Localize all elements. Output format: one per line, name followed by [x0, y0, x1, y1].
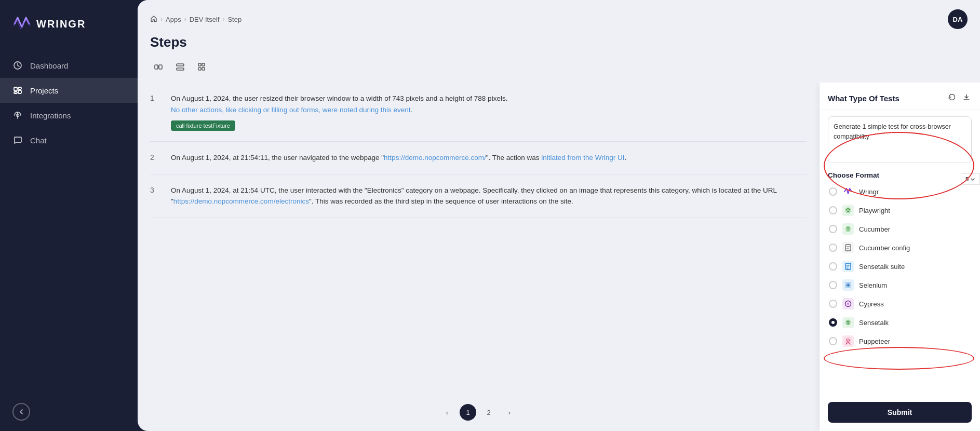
svg-point-17 — [848, 229, 849, 230]
format-item-sensetalk-suite[interactable]: Sensetalk suite — [825, 257, 975, 276]
step-text-2: On August 1, 2024, at 21:54:11, the user… — [171, 152, 807, 164]
format-label-sensetalk: Sensetalk — [859, 319, 889, 327]
projects-label: Projects — [30, 86, 58, 95]
step-text-1: On August 1, 2024, the user resized thei… — [171, 93, 807, 115]
format-radio-playwright[interactable] — [829, 206, 837, 214]
list-view-button[interactable] — [172, 59, 189, 75]
sidebar-item-projects[interactable]: Projects — [0, 78, 138, 103]
svg-point-26 — [847, 340, 848, 341]
format-radio-puppeteer[interactable] — [829, 337, 837, 345]
format-radio-wringr[interactable] — [829, 187, 837, 196]
home-icon[interactable] — [150, 15, 157, 24]
right-panel: What Type Of Tests — [819, 83, 980, 431]
sidebar-item-integrations[interactable]: Integrations — [0, 103, 138, 128]
format-item-playwright[interactable]: Playwright — [825, 201, 975, 220]
format-item-wringr[interactable]: Wringr — [825, 182, 975, 201]
dashboard-icon — [12, 60, 23, 71]
step-link-3[interactable]: https://demo.nopcommerce.com/electronics — [173, 197, 309, 205]
breadcrumb-step[interactable]: Step — [227, 16, 241, 23]
cypress-format-icon — [842, 298, 854, 309]
svg-rect-10 — [198, 63, 201, 66]
step-subtext-1: No other actions, like clicking or filli… — [171, 106, 412, 114]
sidebar: WRINGR Dashboard Projects — [0, 0, 138, 431]
chat-icon — [12, 135, 23, 145]
step-content-1: On August 1, 2024, the user resized thei… — [171, 93, 807, 131]
sensetalk-suite-icon — [842, 261, 854, 272]
projects-icon — [12, 85, 23, 96]
svg-rect-9 — [177, 68, 184, 70]
svg-rect-18 — [845, 245, 851, 251]
sidebar-nav: Dashboard Projects Integrat — [0, 48, 138, 393]
page-2-button[interactable]: 2 — [480, 404, 497, 421]
refresh-button[interactable] — [947, 92, 957, 104]
step-number-3: 3 — [150, 185, 160, 194]
next-page-button[interactable]: › — [501, 404, 518, 421]
app-name: WRINGR — [36, 18, 86, 30]
wringr-logo-icon — [12, 15, 31, 33]
selenium-format-icon — [842, 279, 854, 291]
format-item-cypress[interactable]: Cypress — [825, 294, 975, 313]
format-radio-sensetalk-suite[interactable] — [829, 262, 837, 271]
puppeteer-icon — [842, 335, 854, 347]
sidebar-footer — [0, 393, 138, 431]
format-radio-cypress[interactable] — [829, 300, 837, 308]
step-link-2[interactable]: https://demo.nopcommerce.com/ — [384, 154, 486, 161]
test-type-textarea[interactable]: Generate 1 simple test for cross-browser… — [828, 116, 972, 163]
format-radio-cucumber[interactable] — [829, 225, 837, 233]
svg-rect-6 — [155, 65, 158, 69]
breadcrumb: › Apps › DEV Itself › Step — [150, 15, 241, 24]
link-view-button[interactable] — [150, 59, 167, 75]
step-link-wringr[interactable]: initiated from the Wringr UI — [541, 154, 624, 161]
panel-actions — [947, 92, 972, 104]
svg-rect-3 — [18, 90, 21, 93]
steps-list: 1 On August 1, 2024, the user resized th… — [138, 83, 819, 394]
format-label-playwright: Playwright — [859, 207, 890, 214]
format-item-cucumber-config[interactable]: Cucumber config — [825, 238, 975, 257]
toolbar — [138, 59, 980, 83]
svg-rect-13 — [202, 68, 205, 70]
playwright-format-icon — [842, 205, 854, 216]
breadcrumb-apps[interactable]: Apps — [166, 16, 181, 23]
step-number-1: 1 — [150, 93, 160, 102]
format-label-selenium: Selenium — [859, 281, 887, 289]
scroll-count-badge[interactable]: 5 — [961, 173, 980, 185]
format-item-selenium[interactable]: Selenium — [825, 276, 975, 294]
svg-rect-11 — [202, 63, 205, 66]
format-label-cucumber-config: Cucumber config — [859, 244, 910, 252]
page-1-button[interactable]: 1 — [460, 404, 476, 421]
grid-view-button[interactable] — [194, 59, 210, 75]
breadcrumb-dev-itself[interactable]: DEV Itself — [190, 16, 220, 23]
download-button[interactable] — [961, 92, 972, 104]
svg-point-22 — [847, 303, 849, 305]
format-item-cucumber[interactable]: Cucumber — [825, 220, 975, 238]
main-content: › Apps › DEV Itself › Step DA Steps — [138, 0, 980, 431]
sensetalk-icon — [842, 317, 854, 328]
table-row: 3 On August 1, 2024, at 21:54 UTC, the u… — [150, 174, 807, 218]
collapse-button[interactable] — [12, 403, 30, 421]
step-text-3: On August 1, 2024, at 21:54 UTC, the use… — [171, 185, 807, 207]
user-avatar[interactable]: DA — [948, 9, 968, 29]
panel-title: What Type Of Tests — [828, 94, 900, 103]
prev-page-button[interactable]: ‹ — [439, 404, 455, 421]
submit-button[interactable]: Submit — [828, 402, 972, 423]
format-label-cucumber: Cucumber — [859, 225, 890, 233]
format-item-puppeteer[interactable]: Puppeteer — [825, 332, 975, 351]
format-radio-cucumber-config[interactable] — [829, 244, 837, 252]
integrations-icon — [12, 110, 23, 120]
format-radio-sensetalk[interactable] — [829, 318, 837, 327]
step-content-2: On August 1, 2024, at 21:54:11, the user… — [171, 152, 807, 164]
format-item-sensetalk[interactable]: Sensetalk — [825, 313, 975, 332]
sidebar-item-chat[interactable]: Chat — [0, 128, 138, 153]
sidebar-item-dashboard[interactable]: Dashboard — [0, 53, 138, 78]
logo-area: WRINGR — [0, 0, 138, 48]
format-label-wringr: Wringr — [859, 188, 879, 196]
wringr-format-icon — [842, 186, 854, 197]
format-radio-selenium[interactable] — [829, 281, 837, 289]
svg-point-15 — [848, 211, 849, 212]
table-row: 2 On August 1, 2024, at 21:54:11, the us… — [150, 142, 807, 174]
svg-rect-1 — [14, 87, 17, 91]
format-label-cypress: Cypress — [859, 300, 884, 308]
pagination: ‹ 1 2 › — [138, 394, 819, 431]
step-number-2: 2 — [150, 152, 160, 161]
svg-rect-7 — [159, 65, 162, 69]
